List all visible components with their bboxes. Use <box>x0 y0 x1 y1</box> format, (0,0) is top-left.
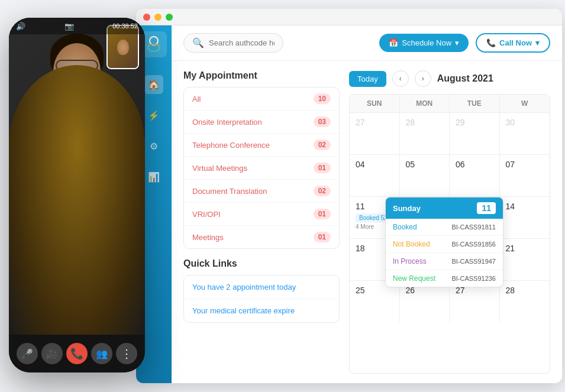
popup-status-new-request: New Request <box>393 274 435 283</box>
date-28: 28 <box>406 118 444 127</box>
topbar: 🔍 📅 Schedule Now ▾ 📞 Call Now ▾ <box>172 25 562 61</box>
appointment-list: All 10 Onsite Interpretation 03 Telephon… <box>183 87 340 249</box>
quick-link-appointment[interactable]: You have 2 appointment today <box>184 276 339 299</box>
window-body: 🏠 ⚡ ⚙ 📊 🔍 📅 Schedule Now ▾ <box>136 25 562 383</box>
date-28b: 28 <box>506 286 544 295</box>
end-call-button[interactable]: 📞 <box>66 343 88 364</box>
maximize-dot[interactable] <box>166 14 173 21</box>
popup-code-booked: BI-CASS91811 <box>451 223 496 231</box>
appointment-title: My Appointment <box>183 70 340 81</box>
cal-cell-28b: 28 <box>500 281 550 322</box>
prev-month-button[interactable]: ‹ <box>392 70 409 87</box>
phone-screen: 🔊 📷 00:38:52 <box>9 18 145 335</box>
call-timer: 00:38:52 <box>112 22 138 30</box>
popup-status-in-process: In Process <box>393 257 427 265</box>
date-29: 29 <box>456 118 493 127</box>
popup-day-label: Sunday <box>393 204 421 213</box>
popup-header: Sunday 11 <box>386 197 503 219</box>
popup-row-booked[interactable]: Booked BI-CASS91811 <box>386 219 503 236</box>
appt-label-virtual: Virtual Meetings <box>192 164 247 173</box>
main-content: 🔍 📅 Schedule Now ▾ 📞 Call Now ▾ <box>172 25 562 383</box>
appt-badge-all: 10 <box>314 93 331 104</box>
appt-item-telephone[interactable]: Telephone Conference 02 <box>184 134 339 157</box>
mute-button[interactable]: 🎤 <box>17 343 38 364</box>
next-month-button[interactable]: › <box>415 70 431 87</box>
appt-item-vriopi[interactable]: VRI/OPI 01 <box>184 203 339 226</box>
popup-row-not-booked[interactable]: Not Booked BI-CASS91856 <box>386 236 503 253</box>
cal-cell-11: 11 Booked 52 4 More Sunday 11 <box>350 197 400 238</box>
search-box[interactable]: 🔍 <box>183 33 283 53</box>
appt-label-vriopi: VRI/OPI <box>192 210 221 219</box>
cal-cell-21: 21 <box>500 239 550 280</box>
window-titlebar <box>136 9 562 25</box>
sidebar-item-settings[interactable]: ⚙ <box>144 137 163 155</box>
phone-bottom-bar: 🎤 🎥 📞 👥 ⋮ <box>9 335 145 372</box>
col-sun: SUN <box>350 95 400 112</box>
appt-label-telephone: Telephone Conference <box>192 141 270 150</box>
search-input[interactable] <box>209 38 275 47</box>
appt-item-virtual[interactable]: Virtual Meetings 01 <box>184 157 339 180</box>
calendar-nav: Today ‹ › August 2021 <box>349 70 550 87</box>
phone-status-bar: 🔊 📷 00:38:52 <box>9 18 145 34</box>
col-mon: MON <box>400 95 450 112</box>
cal-cell-29: 29 <box>450 113 500 154</box>
calendar-header: SUN MON TUE W <box>350 95 550 113</box>
cal-row-1: 27 28 29 30 <box>350 113 550 155</box>
video-button[interactable]: 🎥 <box>41 343 63 364</box>
quick-link-certificate[interactable]: Your medical certificate expire <box>184 299 339 322</box>
popup-date-badge: 11 <box>477 202 496 214</box>
phone-icon: 📞 <box>486 38 496 47</box>
date-07: 07 <box>506 160 544 169</box>
appt-badge-telephone: 02 <box>314 140 331 150</box>
date-27: 27 <box>356 118 393 127</box>
camera-icon: 📷 <box>64 22 74 31</box>
logo-svg <box>144 35 163 54</box>
appt-item-meetings[interactable]: Meetings 01 <box>184 226 339 248</box>
outer-container: 🔊 📷 00:38:52 🎤 🎥 📞 👥 ⋮ <box>0 0 565 392</box>
minimize-dot[interactable] <box>154 14 162 21</box>
date-21: 21 <box>506 244 544 253</box>
call-now-button[interactable]: 📞 Call Now ▾ <box>476 33 550 53</box>
dropdown-arrow-icon: ▾ <box>455 38 459 47</box>
today-button[interactable]: Today <box>349 71 386 87</box>
appointment-section: My Appointment All 10 Onsite Interpretat… <box>183 70 340 249</box>
cal-row-3: 11 Booked 52 4 More Sunday 11 <box>350 197 550 239</box>
appt-item-all[interactable]: All 10 <box>184 88 339 111</box>
day-popup: Sunday 11 Booked BI-CASS91811 <box>385 197 503 287</box>
date-06: 06 <box>456 160 493 169</box>
col-tue: TUE <box>450 95 500 112</box>
date-05: 05 <box>406 160 444 169</box>
call-dropdown-arrow-icon: ▾ <box>535 38 540 47</box>
appt-label-onsite: Onsite Interpretation <box>192 118 262 127</box>
schedule-now-button[interactable]: 📅 Schedule Now ▾ <box>379 34 469 52</box>
sidebar-item-chart[interactable]: 📊 <box>144 167 163 186</box>
appt-item-onsite[interactable]: Onsite Interpretation 03 <box>184 111 339 134</box>
person-main <box>9 65 145 335</box>
calendar-month-label: August 2021 <box>437 73 493 84</box>
cal-row-2: 04 05 06 07 <box>350 155 550 197</box>
main-window: 🏠 ⚡ ⚙ 📊 🔍 📅 Schedule Now ▾ <box>136 9 562 383</box>
more-options-button[interactable]: ⋮ <box>116 343 137 364</box>
popup-status-not-booked: Not Booked <box>393 240 430 248</box>
svg-point-0 <box>150 37 158 45</box>
cal-cell-07: 07 <box>500 155 550 196</box>
cal-cell-28: 28 <box>400 113 450 154</box>
appt-item-document[interactable]: Document Translation 02 <box>184 180 339 203</box>
sidebar-item-home[interactable]: 🏠 <box>144 75 163 94</box>
left-panel: My Appointment All 10 Onsite Interpretat… <box>183 70 349 374</box>
popup-code-in-process: BI-CASS91947 <box>451 258 496 265</box>
popup-row-in-process[interactable]: In Process BI-CASS91947 <box>386 253 503 270</box>
appt-label-all: All <box>192 95 201 103</box>
col-wed: W <box>500 95 550 112</box>
sidebar-item-sliders[interactable]: ⚡ <box>144 106 163 125</box>
calendar-body: 27 28 29 30 <box>350 113 550 373</box>
popup-status-booked: Booked <box>393 223 417 231</box>
phone-mockup: 🔊 📷 00:38:52 🎤 🎥 📞 👥 ⋮ <box>9 18 145 372</box>
popup-row-new-request[interactable]: New Request BI-CASS91236 <box>386 270 503 287</box>
cal-cell-05: 05 <box>400 155 450 196</box>
popup-code-not-booked: BI-CASS91856 <box>451 241 496 248</box>
users-button[interactable]: 👥 <box>91 343 112 364</box>
schedule-icon: 📅 <box>389 38 398 47</box>
appt-label-document: Document Translation <box>192 187 267 196</box>
content-area: My Appointment All 10 Onsite Interpretat… <box>172 61 562 383</box>
